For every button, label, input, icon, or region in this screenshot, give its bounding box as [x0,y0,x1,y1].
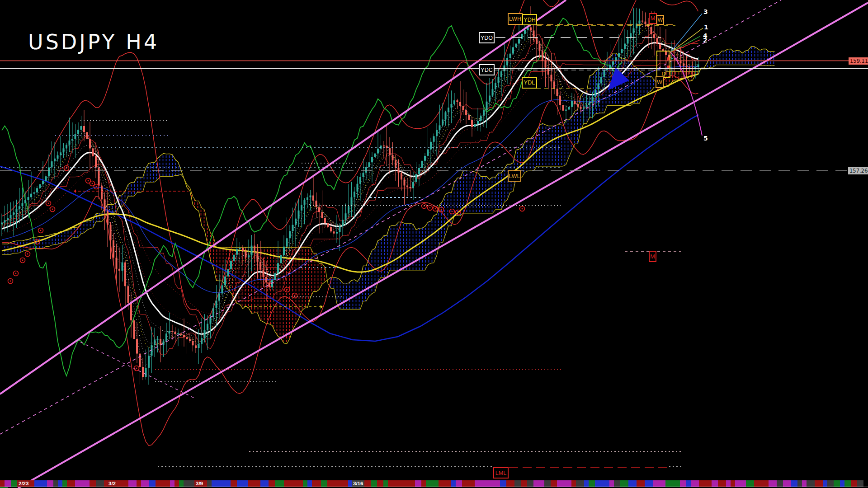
fan-label-3: 3 [703,8,708,15]
period-box-w[interactable]: W [656,15,664,25]
level-box-label: YDH [524,17,535,23]
date-tick: 3/9 [194,480,204,487]
level-box-label: YDO [481,35,493,41]
level-box-label: YDC [481,67,492,73]
level-box-ydh[interactable]: YDH [522,14,537,25]
period-box-m2[interactable]: M [649,251,656,262]
date-tick: 2/23 [17,480,30,487]
level-box-label: LML [495,470,506,476]
level-box-ydl[interactable]: YDL [522,77,537,89]
chart-window: USDJPY H4 LWH YDH YDO YDC YDL LWL LML M … [0,0,868,488]
level-box-ydo[interactable]: YDO [479,32,495,43]
level-box-label: YDL [524,80,535,86]
date-tick: 3/16 [352,480,364,487]
level-box-ydc[interactable]: YDC [479,64,495,75]
price-badge-level: 157.264 [848,167,868,174]
date-tick: 3/2 [107,480,117,487]
period-box-w2[interactable]: W [656,76,664,88]
period-box-label: M [650,253,655,260]
period-box-label: W [658,17,663,23]
symbol-title: USDJPY H4 [28,30,159,54]
price-chart[interactable] [0,0,868,488]
level-box-lml[interactable]: LML [493,467,509,479]
price-badge-bid: 159.119 [849,57,868,65]
fan-label-1: 1 [704,23,708,31]
timeline-strip[interactable] [0,480,868,487]
fan-label-5: 5 [703,135,708,142]
period-box-m[interactable]: M [649,13,657,24]
period-box-label: W [657,79,662,85]
timeline-baseline [0,487,868,487]
level-box-label: LWH [509,16,521,22]
fan-label-2: 2 [703,37,708,44]
period-box-label: M [651,15,655,22]
daily-range-label: D [662,71,665,76]
level-box-lwl[interactable]: LWL [508,170,521,182]
level-box-label: LWL [509,173,520,179]
level-box-lwh[interactable]: LWH [508,13,523,25]
daily-range-box[interactable]: D [656,51,670,78]
